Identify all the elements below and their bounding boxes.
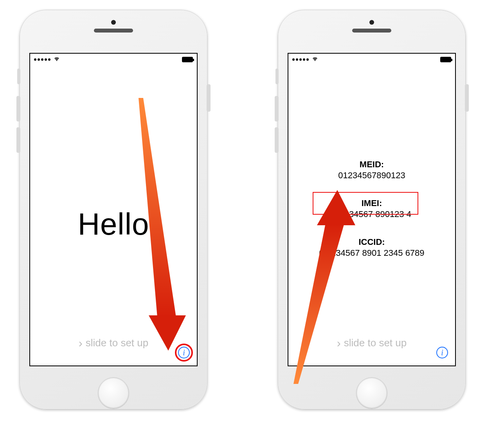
meid-label: MEID: — [288, 159, 455, 170]
home-button[interactable] — [356, 377, 387, 409]
phone-right: MEID: 01234567890123 IMEI: 01 234567 890… — [270, 6, 473, 421]
battery-icon — [440, 57, 451, 62]
hello-text: Hello — [30, 206, 197, 242]
signal-dots-icon — [292, 58, 309, 61]
phone-left: Hello ›slide to set up i — [12, 6, 215, 421]
mute-switch[interactable] — [275, 69, 279, 84]
meid-value: 01234567890123 — [288, 170, 455, 181]
status-bar — [288, 54, 455, 63]
slide-label: slide to set up — [344, 337, 407, 349]
slide-to-setup[interactable]: ›slide to set up — [30, 337, 197, 350]
top-hardware — [270, 20, 473, 33]
volume-down-button[interactable] — [275, 127, 279, 153]
device-info-screen: MEID: 01234567890123 IMEI: 01 234567 890… — [288, 65, 455, 365]
speaker — [352, 29, 391, 33]
imei-value: 01 234567 890123 4 — [288, 209, 455, 219]
speaker — [94, 29, 133, 33]
iccid-value: 01 234567 8901 2345 6789 — [288, 248, 455, 258]
info-button[interactable]: i — [178, 347, 190, 358]
screen: MEID: 01234567890123 IMEI: 01 234567 890… — [288, 53, 456, 366]
slide-to-setup[interactable]: ›slide to set up — [288, 337, 455, 350]
front-camera — [111, 20, 116, 25]
imei-block: IMEI: 01 234567 890123 4 — [288, 198, 455, 219]
wifi-icon — [312, 56, 318, 63]
welcome-screen: Hello ›slide to set up i — [30, 65, 197, 365]
volume-up-button[interactable] — [275, 96, 279, 121]
device-info: MEID: 01234567890123 IMEI: 01 234567 890… — [288, 159, 455, 276]
top-hardware — [12, 20, 215, 33]
mute-switch[interactable] — [17, 69, 20, 84]
signal-dots-icon — [34, 58, 50, 61]
iccid-label: ICCID: — [288, 237, 455, 247]
slide-label: slide to set up — [86, 337, 148, 349]
screen: Hello ›slide to set up i — [29, 53, 198, 366]
chevron-right-icon: › — [337, 337, 341, 349]
chevron-right-icon: › — [79, 337, 83, 349]
imei-label: IMEI: — [288, 198, 455, 208]
power-button[interactable] — [207, 84, 211, 112]
volume-up-button[interactable] — [16, 96, 20, 121]
power-button[interactable] — [465, 84, 469, 112]
home-button[interactable] — [98, 377, 129, 409]
front-camera — [369, 20, 374, 25]
status-bar — [30, 54, 197, 63]
info-button[interactable]: i — [436, 347, 448, 358]
wifi-icon — [54, 56, 60, 63]
iccid-block: ICCID: 01 234567 8901 2345 6789 — [288, 237, 455, 258]
meid-block: MEID: 01234567890123 — [288, 159, 455, 181]
volume-down-button[interactable] — [16, 127, 20, 153]
battery-icon — [182, 57, 193, 62]
